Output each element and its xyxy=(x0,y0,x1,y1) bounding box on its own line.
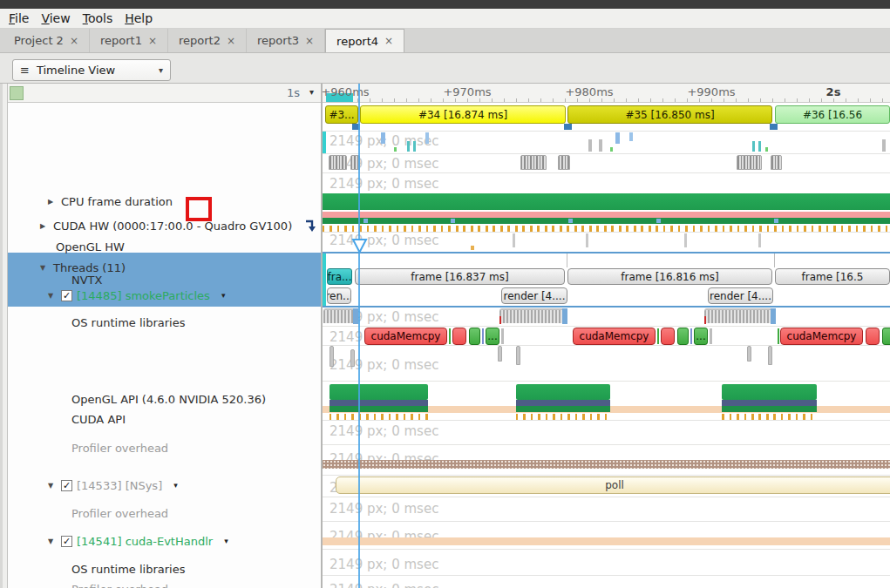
cuda-hw-event-tick[interactable] xyxy=(407,141,410,152)
tree-row-cuda-hw[interactable]: ▶ CUDA HW (0000:17:00.0 - Quadro GV100) xyxy=(8,216,321,235)
thread-event-marker[interactable] xyxy=(363,219,368,223)
overhead-tick[interactable] xyxy=(498,346,502,362)
cuda-api-memcpy-range[interactable]: cudaMemcpy xyxy=(573,328,656,345)
tab-report2[interactable]: report2× xyxy=(168,29,247,52)
frame-marker[interactable] xyxy=(770,124,778,130)
os-runtime-event-tick[interactable] xyxy=(513,233,515,247)
tree-row-profiler-overhead-1[interactable]: Profiler overhead xyxy=(8,438,321,457)
frame-duration-bar[interactable]: #36 [16.56 xyxy=(775,105,890,124)
opengl-hw-activity-block[interactable] xyxy=(329,155,347,170)
thread-event-marker[interactable] xyxy=(568,219,573,223)
expander-expanded-icon[interactable]: ▼ xyxy=(48,537,57,545)
thread-event-marker[interactable] xyxy=(451,219,455,223)
thread-options-dropdown-icon[interactable]: ▾ xyxy=(224,537,228,545)
cuda-hw-event-tick[interactable] xyxy=(381,132,385,144)
thread-options-dropdown-icon[interactable]: ▾ xyxy=(173,481,178,490)
cuda-api-sliver[interactable] xyxy=(482,328,484,344)
cuda-api-memcpy-range[interactable]: cudaMemcpy xyxy=(780,328,863,345)
cuda-api-range[interactable] xyxy=(469,328,480,345)
nvtx-frame-range[interactable]: frame [16.5 xyxy=(775,268,890,285)
tree-row-profiler-overhead-3[interactable]: Profiler overhead xyxy=(8,579,321,588)
cuda-hw-event-tick[interactable] xyxy=(610,147,613,152)
jump-to-row-icon[interactable] xyxy=(303,219,317,233)
tree-row-os-runtime-1[interactable]: OS runtime libraries xyxy=(8,313,321,332)
tree-row-thread-nsys[interactable]: ▼ ✓ [14533] [NSys] ▾ xyxy=(8,476,321,495)
cuda-api-sliver[interactable] xyxy=(449,328,451,344)
os-runtime-event-tick[interactable] xyxy=(586,233,588,247)
frame-duration-bar[interactable]: #34 [16.874 ms] xyxy=(360,105,566,124)
tree-row-profiler-overhead-2[interactable]: Profiler overhead xyxy=(8,504,321,523)
os-runtime-poll-range[interactable]: poll xyxy=(336,476,890,494)
cuda-api-memcpy-range[interactable]: cudaMemcpy xyxy=(364,328,447,345)
frame-duration-bar[interactable]: #35 [16.850 ms] xyxy=(567,105,772,124)
cuda-hw-event-tick[interactable] xyxy=(752,141,755,152)
cuda-api-sliver[interactable] xyxy=(657,328,659,344)
close-icon[interactable]: × xyxy=(384,35,393,47)
tree-row-nvtx-selected[interactable]: NVTX xyxy=(8,253,321,307)
cuda-api-sliver[interactable] xyxy=(501,328,504,344)
cuda-hw-event-tick[interactable] xyxy=(588,139,592,152)
cuda-hw-event-tick[interactable] xyxy=(394,147,397,152)
cuda-api-range[interactable] xyxy=(866,328,880,345)
cuda-api-sliver[interactable] xyxy=(778,328,779,344)
time-ruler[interactable]: +960ms +970ms +980ms +990ms 2s xyxy=(323,84,890,103)
nvtx-frame-range[interactable]: frame [16.816 ms] xyxy=(567,268,772,285)
timeline-cursor-handle[interactable] xyxy=(351,239,368,253)
view-selector-dropdown[interactable]: ≡ Timeline View ▾ xyxy=(12,59,171,81)
expander-collapsed-icon[interactable]: ▶ xyxy=(40,222,49,230)
nvtx-render-range[interactable]: ren... xyxy=(327,287,351,304)
tree-row-opengl-api[interactable]: OpenGL API (4.6.0 NVIDIA 520.36) xyxy=(8,389,321,409)
cuda-hw-event-tick[interactable] xyxy=(765,147,768,152)
tab-report3[interactable]: report3× xyxy=(247,29,325,52)
opengl-hw-activity-block[interactable] xyxy=(520,155,547,170)
close-icon[interactable]: × xyxy=(148,35,157,47)
overhead-tick[interactable] xyxy=(330,346,334,367)
menu-help[interactable]: Help xyxy=(123,10,163,27)
cuda-hw-event-tick[interactable] xyxy=(615,132,620,144)
cuda-hw-event-tick[interactable] xyxy=(758,141,761,152)
tree-row-cpu-frame-duration[interactable]: ▶ CPU frame duration xyxy=(8,192,321,211)
nsys-activity-block[interactable] xyxy=(330,384,428,400)
nvtx-render-range[interactable]: render [4.... xyxy=(708,287,773,304)
tab-project-2[interactable]: Project 2× xyxy=(3,29,90,52)
frame-duration-bar[interactable]: #3... xyxy=(325,105,358,124)
opengl-api-call-histogram[interactable] xyxy=(499,308,567,323)
nvtx-frame-range[interactable]: fra... xyxy=(327,268,352,285)
menu-tools[interactable]: Tools xyxy=(81,10,124,27)
os-runtime-event-tick[interactable] xyxy=(471,246,474,250)
overhead-tick[interactable] xyxy=(747,346,751,362)
thread-checkbox[interactable]: ✓ xyxy=(61,480,72,491)
expander-expanded-icon[interactable]: ▼ xyxy=(48,482,57,490)
expander-collapsed-icon[interactable]: ▶ xyxy=(48,198,57,206)
thread-state-bar-running[interactable] xyxy=(323,193,890,210)
opengl-hw-activity-block[interactable] xyxy=(558,155,570,170)
overhead-tick[interactable] xyxy=(350,349,355,367)
os-runtime-event-tick[interactable] xyxy=(684,233,687,247)
cuda-hw-event-tick[interactable] xyxy=(413,141,416,152)
thread-event-marker[interactable] xyxy=(774,219,778,223)
thread-state-bar-blocked[interactable] xyxy=(323,212,890,218)
thread-event-marker[interactable] xyxy=(656,219,661,223)
cuda-api-sliver[interactable] xyxy=(690,328,692,344)
cuda-hw-event-tick[interactable] xyxy=(882,139,886,152)
thread-checkbox[interactable]: ✓ xyxy=(61,536,72,547)
tree-row-thread-cuda-evthandlr[interactable]: ▼ ✓ [14541] cuda-EvtHandlr ▾ xyxy=(8,531,321,551)
cuda-api-range[interactable] xyxy=(677,328,689,345)
close-icon[interactable]: × xyxy=(227,35,235,47)
cuda-hw-event-tick[interactable] xyxy=(599,139,602,152)
nsys-activity-block[interactable] xyxy=(516,384,610,400)
chevron-down-icon[interactable]: ▾ xyxy=(309,87,314,97)
nsys-activity-block[interactable] xyxy=(722,384,817,400)
close-icon[interactable]: × xyxy=(305,35,314,47)
menu-view[interactable]: View xyxy=(39,10,80,27)
overhead-tick[interactable] xyxy=(768,346,772,365)
opengl-api-call-histogram[interactable] xyxy=(704,308,776,323)
cuda-hw-event-tick[interactable] xyxy=(425,132,429,144)
tab-report4-active[interactable]: report4× xyxy=(325,29,404,52)
cuda-api-range[interactable] xyxy=(452,328,466,345)
os-runtime-event-tick[interactable] xyxy=(758,233,761,247)
frame-marker[interactable] xyxy=(564,124,572,130)
cuda-api-range[interactable] xyxy=(661,328,675,345)
cuda-api-ellipsis-range[interactable]: ... xyxy=(486,328,499,345)
cuda-hw-event-tick[interactable] xyxy=(629,132,633,141)
